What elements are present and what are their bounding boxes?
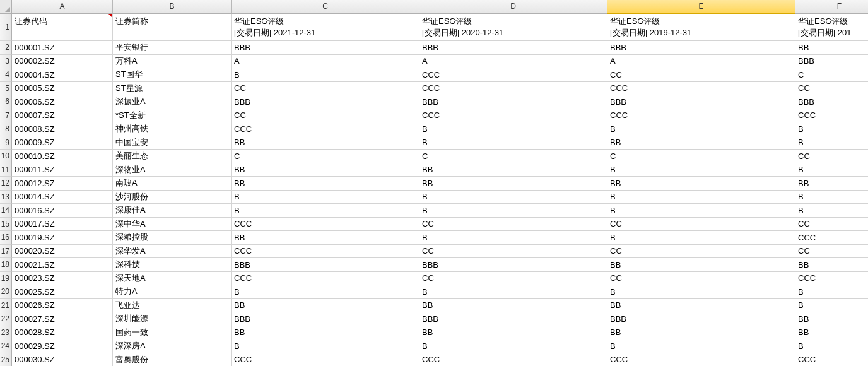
row-header-16[interactable]: 16 [0, 231, 12, 245]
cell-D21[interactable]: BB [419, 299, 607, 313]
cell-C16[interactable]: BB [232, 231, 419, 245]
cell-C6[interactable]: BBB [232, 95, 419, 109]
cell-A19[interactable]: 000023.SZ [12, 272, 113, 286]
col-header-C[interactable]: C [232, 0, 419, 14]
cell-C15[interactable]: CCC [232, 218, 419, 232]
cell-D1[interactable]: 华证ESG评级 [交易日期] 2020-12-31 [419, 14, 607, 41]
cell-F6[interactable]: BBB [795, 95, 868, 109]
cell-A21[interactable]: 000026.SZ [12, 299, 113, 313]
cell-C18[interactable]: BBB [232, 258, 419, 272]
cell-A10[interactable]: 000010.SZ [12, 150, 113, 163]
cell-B7[interactable]: *ST全新 [113, 109, 232, 123]
row-header-23[interactable]: 23 [0, 326, 12, 340]
cell-B17[interactable]: 深华发A [113, 245, 232, 259]
row-header-22[interactable]: 22 [0, 312, 12, 326]
cell-B6[interactable]: 深振业A [113, 95, 232, 109]
cell-D23[interactable]: BB [419, 326, 607, 340]
row-header-7[interactable]: 7 [0, 109, 12, 123]
cell-C12[interactable]: BB [232, 177, 419, 191]
cell-C4[interactable]: B [232, 68, 419, 82]
cell-D5[interactable]: CCC [419, 82, 607, 96]
cell-E14[interactable]: B [607, 204, 795, 218]
col-header-A[interactable]: A [12, 0, 113, 14]
cell-C24[interactable]: B [232, 339, 419, 353]
row-header-8[interactable]: 8 [0, 122, 12, 136]
cell-A4[interactable]: 000004.SZ [12, 68, 113, 82]
cell-C11[interactable]: BB [232, 163, 419, 177]
cell-D20[interactable]: B [419, 285, 607, 299]
cell-B12[interactable]: 南玻A [113, 177, 232, 191]
cell-A24[interactable]: 000029.SZ [12, 339, 113, 353]
cell-B20[interactable]: 特力A [113, 285, 232, 299]
cell-C7[interactable]: CC [232, 109, 419, 123]
cell-F16[interactable]: CCC [795, 231, 868, 245]
row-header-20[interactable]: 20 [0, 285, 12, 299]
cell-A8[interactable]: 000008.SZ [12, 122, 113, 136]
cell-E6[interactable]: BBB [607, 95, 795, 109]
cell-A11[interactable]: 000011.SZ [12, 163, 113, 177]
cell-D3[interactable]: A [419, 55, 607, 69]
cell-B8[interactable]: 神州高铁 [113, 122, 232, 136]
cell-D2[interactable]: BBB [419, 41, 607, 55]
cell-D16[interactable]: B [419, 231, 607, 245]
cell-F8[interactable]: B [795, 122, 868, 136]
row-header-25[interactable]: 25 [0, 353, 12, 367]
cell-D8[interactable]: B [419, 122, 607, 136]
cell-F5[interactable]: CC [795, 82, 868, 96]
cell-D17[interactable]: CC [419, 245, 607, 259]
cell-B21[interactable]: 飞亚达 [113, 299, 232, 313]
cell-E19[interactable]: CC [607, 272, 795, 286]
cell-E12[interactable]: BB [607, 177, 795, 191]
row-header-3[interactable]: 3 [0, 55, 12, 69]
cell-A7[interactable]: 000007.SZ [12, 109, 113, 123]
cell-B5[interactable]: ST星源 [113, 82, 232, 96]
cell-A20[interactable]: 000025.SZ [12, 285, 113, 299]
row-header-2[interactable]: 2 [0, 41, 12, 55]
cell-B25[interactable]: 富奥股份 [113, 353, 232, 367]
cell-E7[interactable]: CCC [607, 109, 795, 123]
cell-E20[interactable]: B [607, 285, 795, 299]
cell-F10[interactable]: CC [795, 150, 868, 163]
row-header-14[interactable]: 14 [0, 204, 12, 218]
cell-A1[interactable]: 证券代码 [12, 14, 113, 41]
cell-B16[interactable]: 深粮控股 [113, 231, 232, 245]
cell-E16[interactable]: B [607, 231, 795, 245]
cell-B4[interactable]: ST国华 [113, 68, 232, 82]
row-header-11[interactable]: 11 [0, 163, 12, 177]
row-header-4[interactable]: 4 [0, 68, 12, 82]
row-header-9[interactable]: 9 [0, 136, 12, 150]
cell-C25[interactable]: CCC [232, 353, 419, 367]
cell-A2[interactable]: 000001.SZ [12, 41, 113, 55]
cell-C10[interactable]: C [232, 150, 419, 163]
cell-D18[interactable]: BBB [419, 258, 607, 272]
cell-B24[interactable]: 深深房A [113, 339, 232, 353]
cell-D25[interactable]: CCC [419, 353, 607, 367]
cell-A5[interactable]: 000005.SZ [12, 82, 113, 96]
cell-F25[interactable]: CCC [795, 353, 868, 367]
cell-E22[interactable]: BBB [607, 312, 795, 326]
cell-E11[interactable]: B [607, 163, 795, 177]
cell-F19[interactable]: CCC [795, 272, 868, 286]
row-header-12[interactable]: 12 [0, 177, 12, 191]
cell-E8[interactable]: B [607, 122, 795, 136]
cell-B3[interactable]: 万科A [113, 55, 232, 69]
cell-C2[interactable]: BBB [232, 41, 419, 55]
cell-A18[interactable]: 000021.SZ [12, 258, 113, 272]
cell-B19[interactable]: 深天地A [113, 272, 232, 286]
cell-A9[interactable]: 000009.SZ [12, 136, 113, 150]
cell-A16[interactable]: 000019.SZ [12, 231, 113, 245]
cell-A17[interactable]: 000020.SZ [12, 245, 113, 259]
cell-A12[interactable]: 000012.SZ [12, 177, 113, 191]
col-header-D[interactable]: D [419, 0, 607, 14]
cell-E18[interactable]: BB [607, 258, 795, 272]
cell-E24[interactable]: B [607, 339, 795, 353]
cell-C14[interactable]: B [232, 204, 419, 218]
cell-A3[interactable]: 000002.SZ [12, 55, 113, 69]
cell-D12[interactable]: BB [419, 177, 607, 191]
cell-D15[interactable]: CC [419, 218, 607, 232]
cell-B23[interactable]: 国药一致 [113, 326, 232, 340]
cell-D22[interactable]: BBB [419, 312, 607, 326]
row-header-1[interactable]: 1 [0, 14, 12, 41]
cell-A13[interactable]: 000014.SZ [12, 191, 113, 204]
row-header-5[interactable]: 5 [0, 82, 12, 96]
